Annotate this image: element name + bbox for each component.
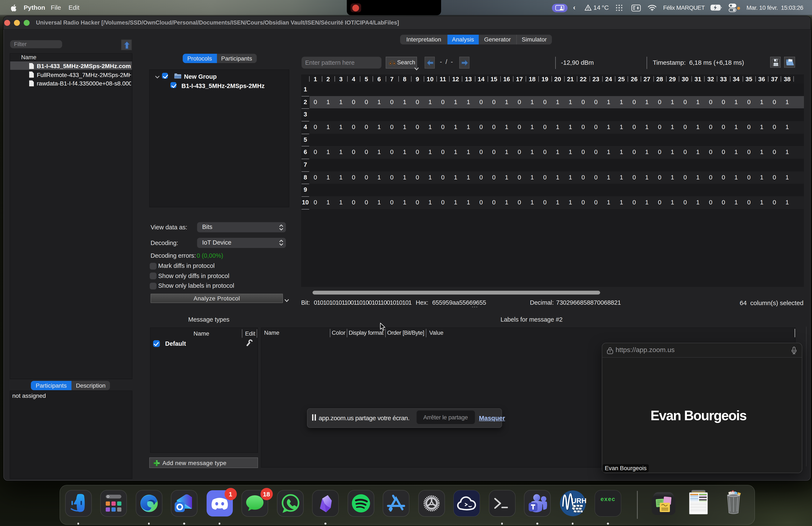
svg-text:exec: exec <box>600 496 615 502</box>
svg-text:URH: URH <box>571 497 586 504</box>
